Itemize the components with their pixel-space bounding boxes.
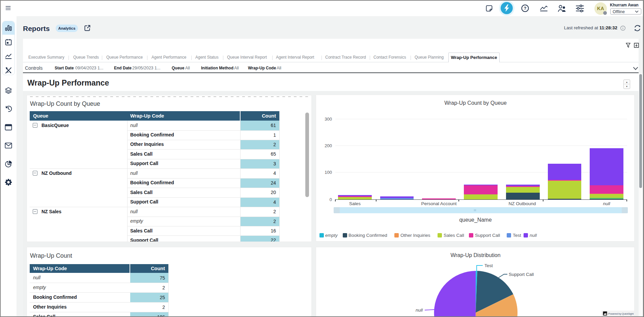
svg-text:Support Call: Support Call xyxy=(509,272,534,277)
svg-text:?: ? xyxy=(524,6,527,11)
svg-text:null: null xyxy=(416,308,423,313)
svg-text:Test: Test xyxy=(484,263,493,268)
